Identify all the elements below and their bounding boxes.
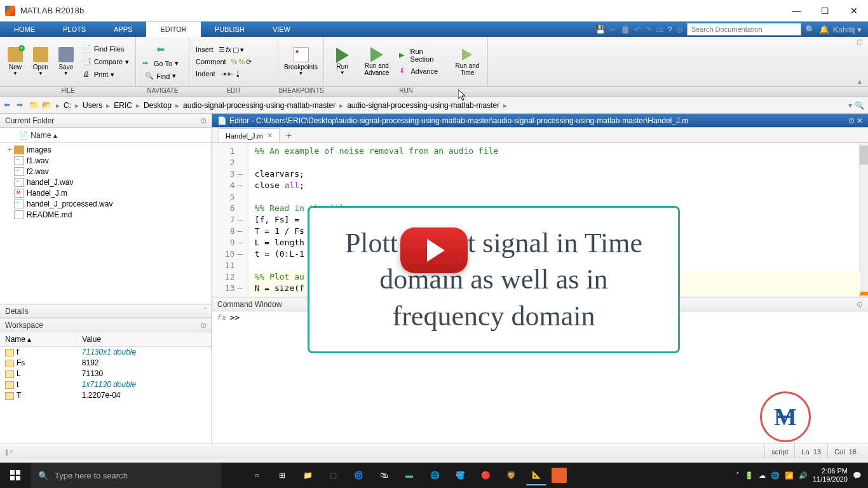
cut-icon[interactable]: ✂: [609, 25, 616, 34]
tray-wifi-icon[interactable]: 📶: [785, 471, 794, 480]
run-advance-button[interactable]: Run and Advance: [359, 43, 394, 81]
tray-network-icon[interactable]: 🌐: [771, 471, 780, 480]
app-swirl-icon[interactable]: 🌀: [348, 465, 369, 485]
goto-button[interactable]: ➡Go To ▾: [140, 58, 181, 69]
editor-header[interactable]: 📄 Editor - C:\Users\ERIC\Desktop\audio-s…: [212, 114, 868, 128]
cortana-icon[interactable]: ○: [247, 465, 267, 485]
bc-eric[interactable]: ERIC: [112, 101, 133, 110]
browse-folder-icon[interactable]: 📂: [42, 100, 52, 111]
address-search-icon[interactable]: 🔍: [855, 101, 864, 110]
bc-desktop[interactable]: Desktop: [142, 101, 173, 110]
search-documentation-input[interactable]: [687, 23, 801, 36]
line-gutter[interactable]: 123–4–567–8–9–10–111213–: [212, 143, 248, 297]
panel-menu-icon[interactable]: ⊙: [200, 116, 207, 125]
workspace-header[interactable]: Workspace ⊙: [0, 318, 212, 332]
mail-icon[interactable]: ▬: [399, 465, 419, 485]
tab-plots[interactable]: PLOTS: [49, 22, 100, 37]
ws-col-value[interactable]: Value: [77, 332, 212, 347]
notification-center-icon[interactable]: 💬: [853, 471, 862, 480]
fx-icon[interactable]: fx: [216, 313, 226, 322]
save-button[interactable]: Save▼: [55, 43, 78, 81]
file-item[interactable]: +images: [0, 144, 212, 155]
bc-users[interactable]: Users: [81, 101, 104, 110]
community-icon[interactable]: ⊙: [676, 25, 683, 34]
nav-up-icon[interactable]: 📁: [29, 100, 39, 111]
workspace-variable-row[interactable]: T1.2207e-04: [0, 390, 212, 401]
toolstrip-collapse-icon[interactable]: ▲: [857, 78, 867, 85]
file-item[interactable]: handel_J.wav: [0, 177, 212, 187]
chrome-icon[interactable]: 🔴: [475, 465, 496, 485]
new-button[interactable]: New▼: [4, 43, 27, 81]
tab-view[interactable]: VIEW: [259, 22, 304, 37]
insert-section-icon[interactable]: ☰: [219, 46, 225, 54]
app-orange-icon[interactable]: [552, 468, 567, 483]
maximize-button[interactable]: ☐: [811, 0, 839, 22]
minimize-button[interactable]: —: [782, 0, 811, 22]
file-explorer-icon[interactable]: 📁: [297, 465, 318, 485]
tab-home[interactable]: HOME: [0, 22, 49, 37]
run-button[interactable]: Run▼: [328, 43, 356, 81]
bc-c[interactable]: C:: [62, 101, 72, 110]
search-button-icon[interactable]: 🔍: [805, 25, 815, 34]
goto-back-icon[interactable]: ⬅: [154, 42, 167, 57]
workspace-variable-row[interactable]: f71130x1 double: [0, 347, 212, 358]
insert-dropdown-icon[interactable]: ▢: [233, 46, 239, 54]
close-tab-icon[interactable]: ✕: [267, 132, 273, 140]
taskbar-search[interactable]: 🔍 Type here to search: [31, 463, 221, 488]
workspace-variable-row[interactable]: Fs8192: [0, 358, 212, 369]
details-expand-icon[interactable]: ˆ: [204, 307, 207, 316]
user-menu[interactable]: Kshitij ▾: [833, 25, 862, 34]
open-button[interactable]: Open▼: [29, 43, 52, 81]
store-icon[interactable]: 🛍: [374, 465, 394, 485]
tray-battery-icon[interactable]: 🔋: [745, 471, 754, 480]
file-item[interactable]: handel_J_processed.wav: [0, 198, 212, 209]
breakpoints-button[interactable]: ●Breakpoints▼: [286, 43, 316, 81]
ws-col-name[interactable]: Name ▴: [0, 332, 77, 347]
tray-expand-icon[interactable]: ˄: [736, 471, 740, 480]
run-section-button[interactable]: ▶Run Section: [397, 46, 448, 64]
details-panel-header[interactable]: Details ˆ: [0, 304, 212, 318]
add-tab-button[interactable]: +: [282, 128, 296, 142]
toolstrip-help-icon[interactable]: ▢: [857, 38, 867, 45]
file-item[interactable]: Handel_J.m: [0, 187, 212, 198]
nav-back-icon[interactable]: ⬅: [4, 100, 14, 111]
tab-publish[interactable]: PUBLISH: [201, 22, 259, 37]
file-item[interactable]: f2.wav: [0, 166, 212, 177]
cmd-menu-icon[interactable]: ⊙: [857, 300, 863, 309]
insert-fx-icon[interactable]: fx: [226, 46, 232, 54]
name-column-header[interactable]: 📄 Name ▴: [0, 128, 212, 143]
workspace-variable-row[interactable]: t1x71130 double: [0, 379, 212, 390]
indent-button[interactable]: Indent ⇥ ⇤ ⭳: [193, 69, 254, 79]
workspace-variable-row[interactable]: L71130: [0, 369, 212, 379]
matlab-taskbar-icon[interactable]: 📐: [526, 465, 546, 485]
print-button[interactable]: 🖨Print ▾: [80, 69, 132, 80]
tab-editor[interactable]: EDITOR: [146, 22, 200, 37]
brave-icon[interactable]: 🦁: [501, 465, 521, 485]
help-icon[interactable]: ?: [667, 25, 672, 34]
app-green-icon[interactable]: ▢: [323, 465, 343, 485]
app-bucket-icon[interactable]: 🪣: [450, 465, 470, 485]
edge-icon[interactable]: 🌐: [424, 465, 445, 485]
current-folder-header[interactable]: Current Folder ⊙: [0, 114, 212, 128]
tray-volume-icon[interactable]: 🔊: [799, 471, 808, 480]
insert-button[interactable]: Insert ☰ fx ▢ ▾: [193, 44, 254, 55]
breadcrumb-dropdown-icon[interactable]: ▾: [848, 101, 852, 110]
run-and-time-button[interactable]: Run and Time: [451, 43, 484, 81]
windows-icon[interactable]: ▭: [656, 25, 663, 34]
bc-folder1[interactable]: audio-signal-processing-using-matlab-mas…: [182, 101, 337, 110]
start-button[interactable]: [0, 463, 31, 488]
find-button[interactable]: 🔍Find ▾: [142, 71, 179, 82]
save-icon[interactable]: 💾: [595, 25, 606, 34]
task-view-icon[interactable]: ⊞: [272, 465, 292, 485]
advance-button[interactable]: ⬇Advance: [397, 65, 448, 77]
copy-icon[interactable]: 📋: [620, 25, 630, 34]
file-item[interactable]: README.md: [0, 209, 212, 220]
redo-icon[interactable]: ↷: [645, 25, 652, 34]
undo-icon[interactable]: ↶: [634, 25, 641, 34]
editor-file-tab[interactable]: Handel_J.m ✕: [219, 128, 280, 142]
code-scrollbar[interactable]: [859, 143, 868, 297]
find-files-button[interactable]: 📄Find Files: [80, 43, 132, 55]
comment-button[interactable]: Comment % % ⟳: [193, 57, 254, 67]
editor-menu-icon[interactable]: ⊙ ✕: [848, 116, 863, 125]
bc-folder2[interactable]: audio-signal-processing-using-matlab-mas…: [346, 101, 501, 110]
